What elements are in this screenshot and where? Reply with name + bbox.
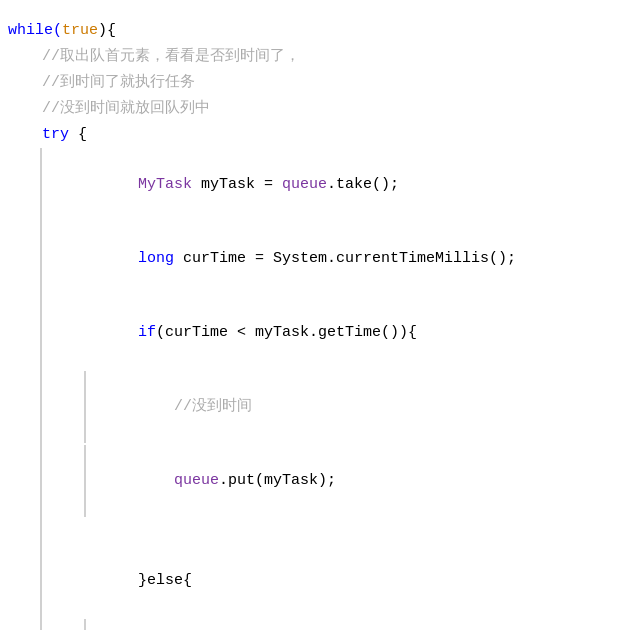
code-text: .put(myTask);	[219, 472, 336, 489]
code-line: //到时间了	[40, 618, 636, 630]
code-line: if(curTime < myTask.getTime()){	[40, 296, 636, 370]
code-text: }else{	[138, 572, 192, 589]
code-line: queue.put(myTask);	[40, 444, 636, 518]
var-queue: queue	[282, 176, 327, 193]
code-line-empty	[40, 518, 636, 544]
code-line: //到时间了就执行任务	[0, 70, 636, 96]
code-line: try {	[0, 122, 636, 148]
keyword-try: try	[42, 123, 69, 147]
code-line: while(true){	[0, 18, 636, 44]
keyword-true: true	[62, 19, 98, 43]
code-line: //取出队首元素，看看是否到时间了，	[0, 44, 636, 70]
keyword-if: if	[138, 324, 156, 341]
code-line: MyTask myTask = queue.take();	[40, 148, 636, 222]
code-text: ){	[98, 19, 116, 43]
keyword: while(	[8, 19, 62, 43]
code-text: curTime = System.	[174, 250, 336, 267]
type-mytask: MyTask	[138, 176, 192, 193]
code-text: {	[69, 123, 87, 147]
code-block: while(true){ //取出队首元素，看看是否到时间了， //到时间了就执…	[0, 10, 636, 630]
code-text: (curTime < myTask.getTime()){	[156, 324, 417, 341]
comment: //到时间了就执行任务	[42, 71, 195, 95]
code-line: }else{	[40, 544, 636, 618]
code-text: .take();	[327, 176, 399, 193]
code-line: long curTime = System.currentTimeMillis(…	[40, 222, 636, 296]
keyword-long: long	[138, 250, 174, 267]
code-text: ();	[489, 250, 516, 267]
comment: //取出队首元素，看看是否到时间了，	[42, 45, 300, 69]
code-line: //没到时间	[40, 370, 636, 444]
comment: //没到时间	[174, 398, 252, 415]
comment: //没到时间就放回队列中	[42, 97, 210, 121]
code-text: myTask =	[192, 176, 282, 193]
var-queue-put: queue	[174, 472, 219, 489]
code-line: //没到时间就放回队列中	[0, 96, 636, 122]
method-ctm: currentTimeMillis	[336, 250, 489, 267]
